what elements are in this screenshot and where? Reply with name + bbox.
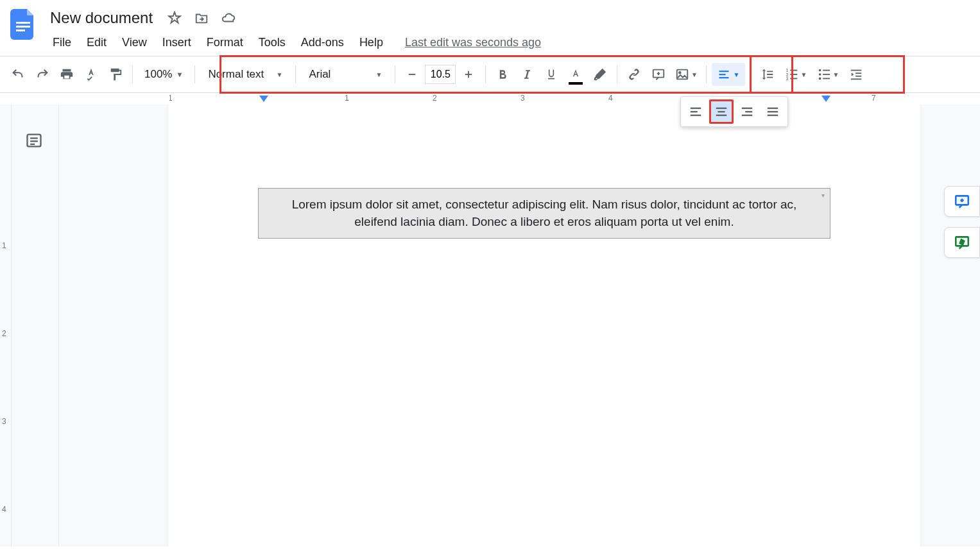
ruler-right-marker[interactable] <box>821 96 830 103</box>
svg-rect-26 <box>851 70 862 71</box>
increase-font-size-button[interactable] <box>457 63 480 86</box>
docs-logo[interactable] <box>8 5 39 44</box>
document-title[interactable]: New document <box>46 8 157 28</box>
block-handle-icon[interactable]: ▾ <box>818 191 827 200</box>
svg-rect-32 <box>691 115 701 116</box>
align-center-option[interactable] <box>709 99 734 124</box>
bold-button[interactable] <box>491 63 514 86</box>
highlight-color-button[interactable] <box>589 63 612 86</box>
zoom-value: 100% <box>144 68 172 81</box>
toolbar: 100%▼ Normal text▼ Arial▼ ▼ ▼ 123▼ ▼ <box>0 56 980 93</box>
caret-down-icon: ▼ <box>276 71 282 78</box>
svg-rect-35 <box>716 115 727 116</box>
menu-view[interactable]: View <box>116 33 153 52</box>
svg-text:3: 3 <box>786 76 789 81</box>
align-right-option[interactable] <box>735 99 759 124</box>
menu-format[interactable]: Format <box>200 33 250 52</box>
font-family-select[interactable]: Arial▼ <box>301 63 390 86</box>
svg-rect-12 <box>719 74 726 75</box>
svg-rect-33 <box>716 108 727 109</box>
document-canvas[interactable]: Lorem ipsum dolor sit amet, consectetur … <box>59 105 980 547</box>
redo-button[interactable] <box>31 63 54 86</box>
align-justify-option[interactable] <box>761 99 785 124</box>
line-spacing-button[interactable] <box>756 63 779 86</box>
ruler-number: 3 <box>520 94 525 103</box>
svg-rect-36 <box>742 108 753 109</box>
svg-rect-23 <box>823 70 830 71</box>
menu-addons[interactable]: Add-ons <box>295 33 350 52</box>
outline-panel <box>12 105 59 547</box>
numbered-list-button[interactable]: 123▼ <box>780 63 811 86</box>
app-header: New document File Edit View Insert Forma… <box>0 0 980 56</box>
star-icon[interactable] <box>166 9 184 27</box>
page[interactable]: Lorem ipsum dolor sit amet, consectetur … <box>168 105 920 547</box>
menu-edit[interactable]: Edit <box>80 33 113 52</box>
insert-image-button[interactable]: ▼ <box>671 63 701 86</box>
menu-tools[interactable]: Tools <box>252 33 292 52</box>
cloud-status-icon[interactable] <box>219 9 237 27</box>
svg-rect-30 <box>691 108 701 109</box>
svg-rect-19 <box>791 78 798 80</box>
svg-rect-11 <box>719 71 729 72</box>
selected-text-block[interactable]: Lorem ipsum dolor sit amet, consectetur … <box>258 188 830 239</box>
outline-icon[interactable] <box>25 131 46 152</box>
workspace: 1 2 3 4 Lorem ipsum dolor sit amet, cons… <box>0 105 980 547</box>
ruler-number: 2 <box>433 94 437 103</box>
underline-button[interactable] <box>540 63 563 86</box>
zoom-select[interactable]: 100%▼ <box>138 68 189 81</box>
svg-rect-1 <box>16 26 30 28</box>
svg-rect-0 <box>16 22 30 24</box>
svg-rect-28 <box>855 76 861 77</box>
align-left-option[interactable] <box>683 99 708 124</box>
paint-format-button[interactable] <box>104 63 127 86</box>
font-family-value: Arial <box>309 68 331 81</box>
move-icon[interactable] <box>193 9 211 27</box>
svg-rect-13 <box>719 77 729 78</box>
svg-rect-41 <box>768 115 778 116</box>
text-color-button[interactable] <box>564 63 587 86</box>
ruler-indent-marker[interactable] <box>259 96 268 103</box>
svg-rect-17 <box>791 70 798 71</box>
menu-file[interactable]: File <box>46 33 78 52</box>
menu-insert[interactable]: Insert <box>156 33 198 52</box>
svg-rect-38 <box>742 115 753 116</box>
caret-down-icon: ▼ <box>176 71 183 78</box>
svg-rect-25 <box>823 78 830 80</box>
svg-rect-39 <box>768 108 778 109</box>
vertical-ruler[interactable]: 1 2 3 4 <box>0 105 12 547</box>
svg-point-10 <box>679 72 681 74</box>
svg-rect-40 <box>768 111 778 112</box>
decrease-indent-button[interactable] <box>845 63 868 86</box>
menu-help[interactable]: Help <box>353 33 390 52</box>
svg-rect-18 <box>791 74 798 75</box>
caret-down-icon: ▼ <box>691 71 698 78</box>
svg-point-20 <box>819 69 821 72</box>
svg-rect-34 <box>718 111 725 112</box>
ruler-number: 4 <box>608 94 613 103</box>
print-button[interactable] <box>55 63 78 86</box>
ruler-number: 1 <box>169 94 173 103</box>
paragraph-style-value: Normal text <box>208 68 264 81</box>
add-comment-side-button[interactable] <box>944 186 980 217</box>
last-edit-link[interactable]: Last edit was seconds ago <box>405 36 541 49</box>
bulleted-list-button[interactable]: ▼ <box>812 63 843 86</box>
insert-link-button[interactable] <box>623 63 646 86</box>
svg-point-22 <box>819 78 821 80</box>
svg-rect-29 <box>851 78 862 80</box>
undo-button[interactable] <box>6 63 30 86</box>
svg-rect-27 <box>855 72 861 74</box>
caret-down-icon: ▼ <box>375 71 382 78</box>
spellcheck-button[interactable] <box>80 63 103 86</box>
svg-rect-2 <box>16 30 25 31</box>
horizontal-ruler[interactable]: 1 1 2 3 4 7 <box>0 93 980 105</box>
decrease-font-size-button[interactable] <box>400 63 424 86</box>
add-comment-button[interactable] <box>647 63 670 86</box>
font-size-input[interactable] <box>425 65 456 84</box>
text-align-button[interactable]: ▼ <box>712 63 745 86</box>
svg-rect-31 <box>691 111 698 112</box>
italic-button[interactable] <box>515 63 538 86</box>
paragraph-style-select[interactable]: Normal text▼ <box>200 63 290 86</box>
right-side-buttons <box>944 186 980 258</box>
vruler-number: 1 <box>2 241 6 250</box>
suggest-edits-side-button[interactable] <box>944 227 980 258</box>
